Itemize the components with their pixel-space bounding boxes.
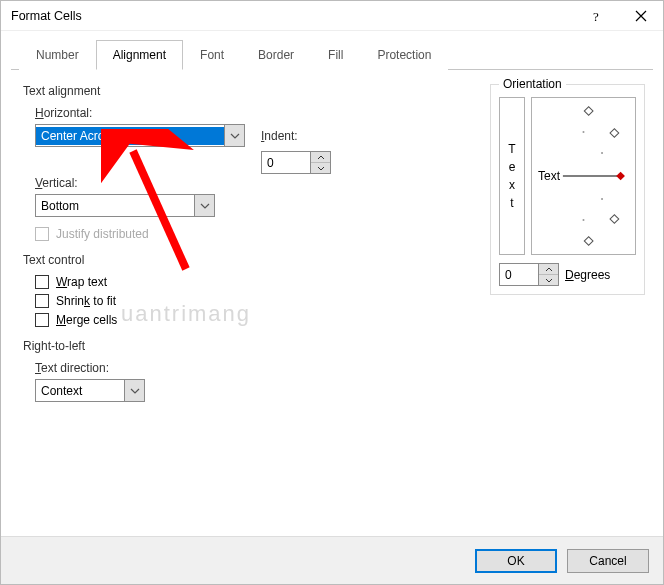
degrees-input[interactable] — [500, 264, 538, 285]
text-direction-value: Context — [36, 382, 124, 400]
svg-point-10 — [582, 219, 584, 221]
degrees-label: Degrees — [565, 268, 610, 282]
help-icon: ? — [590, 10, 602, 22]
right-column: Orientation Text Text — [490, 84, 645, 402]
close-button[interactable] — [618, 1, 663, 31]
dialog-footer: OK Cancel — [1, 536, 663, 584]
tab-number[interactable]: Number — [19, 40, 96, 70]
degrees-spinner[interactable] — [499, 263, 559, 286]
justify-distributed-label: Justify distributed — [56, 227, 149, 241]
left-column: Text alignment Horizontal:document.curre… — [23, 84, 474, 402]
svg-rect-2 — [616, 172, 625, 180]
indent-down-button[interactable] — [311, 163, 330, 173]
chevron-down-icon — [130, 388, 140, 394]
help-button[interactable]: ? — [573, 1, 618, 31]
shrink-to-fit-checkbox[interactable] — [35, 294, 49, 308]
section-rtl: Right-to-left — [23, 339, 474, 353]
orientation-vertical-text[interactable]: Text — [499, 97, 525, 255]
svg-text:?: ? — [593, 10, 599, 22]
chevron-down-icon — [317, 166, 325, 171]
indent-spinner[interactable] — [261, 151, 331, 174]
tab-protection[interactable]: Protection — [360, 40, 448, 70]
tab-border[interactable]: Border — [241, 40, 311, 70]
text-direction-label: Text direction: — [35, 361, 474, 375]
tab-alignment[interactable]: Alignment — [96, 40, 183, 70]
text-direction-dropdown-button[interactable] — [124, 380, 144, 401]
chevron-up-icon — [317, 155, 325, 160]
ok-button[interactable]: OK — [475, 549, 557, 573]
wrap-text-checkbox[interactable] — [35, 275, 49, 289]
merge-cells-label: Merge cells — [56, 313, 117, 327]
svg-point-8 — [601, 198, 603, 200]
cancel-button[interactable]: Cancel — [567, 549, 649, 573]
section-text-alignment: Text alignment — [23, 84, 474, 98]
horizontal-combo[interactable]: Center Across Selection — [35, 124, 245, 147]
tab-font[interactable]: Font — [183, 40, 241, 70]
text-direction-combo[interactable]: Context — [35, 379, 145, 402]
orientation-dial-label: Text — [538, 169, 560, 183]
titlebar: Format Cells ? — [1, 1, 663, 31]
svg-rect-3 — [584, 107, 593, 115]
shrink-to-fit-label: Shrink to fit — [56, 294, 116, 308]
svg-point-9 — [582, 131, 584, 133]
indent-label: Indent: — [261, 129, 298, 143]
vertical-value: Bottom — [36, 197, 194, 215]
section-text-control: Text control — [23, 253, 474, 267]
horizontal-value: Center Across Selection — [36, 127, 224, 145]
chevron-down-icon — [200, 203, 210, 209]
svg-rect-4 — [610, 129, 619, 137]
close-icon — [635, 10, 647, 22]
indent-up-button[interactable] — [311, 152, 330, 163]
indent-input[interactable] — [262, 152, 310, 173]
vertical-dropdown-button[interactable] — [194, 195, 214, 216]
tabstrip: Number Alignment Font Border Fill Protec… — [11, 39, 653, 70]
orientation-dial[interactable]: Text — [531, 97, 636, 255]
chevron-down-icon — [545, 278, 553, 283]
horizontal-label: Horizontal:document.currentScript.previo… — [35, 106, 474, 120]
svg-rect-6 — [584, 237, 593, 245]
vertical-combo[interactable]: Bottom — [35, 194, 215, 217]
wrap-text-label: Wrap text — [56, 275, 107, 289]
orientation-group: Orientation Text Text — [490, 84, 645, 295]
vertical-label: Vertical: — [35, 176, 474, 190]
window-title: Format Cells — [11, 9, 82, 23]
svg-point-7 — [601, 152, 603, 154]
justify-distributed-checkbox — [35, 227, 49, 241]
chevron-down-icon — [230, 133, 240, 139]
degrees-down-button[interactable] — [539, 275, 558, 285]
merge-cells-checkbox[interactable] — [35, 313, 49, 327]
orientation-label: Orientation — [499, 77, 566, 91]
tab-fill[interactable]: Fill — [311, 40, 360, 70]
chevron-up-icon — [545, 267, 553, 272]
svg-rect-5 — [610, 215, 619, 223]
degrees-up-button[interactable] — [539, 264, 558, 275]
tab-content: Text alignment Horizontal:document.curre… — [1, 70, 663, 412]
horizontal-dropdown-button[interactable] — [224, 125, 244, 146]
